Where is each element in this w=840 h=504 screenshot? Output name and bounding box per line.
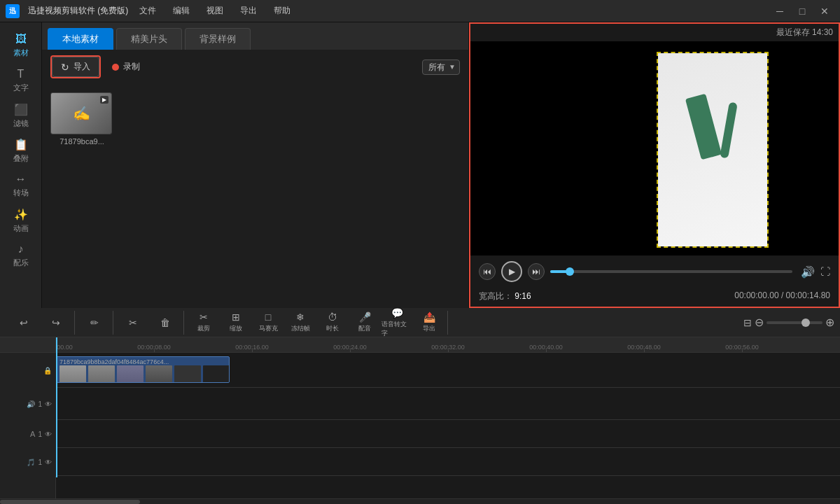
video-lock-icon[interactable]: 🔒 bbox=[43, 367, 52, 374]
import-label: 导入 bbox=[74, 61, 90, 73]
music-eye-icon[interactable]: 👁 bbox=[45, 458, 52, 466]
crop-tools: ✂ 裁剪 ⊞ 缩放 □ 马赛克 ❄ 冻结帧 ⏱ 时长 bbox=[186, 311, 448, 335]
content-panel: 本地素材 精美片头 背景样例 ↻ 导入 录制 所有 视频 bbox=[42, 22, 469, 308]
zoom-plus-icon[interactable]: ⊕ bbox=[825, 316, 834, 329]
delete-button[interactable]: 🗑 bbox=[150, 311, 181, 335]
ruler-line-16 bbox=[252, 348, 253, 352]
audio1-track bbox=[56, 388, 840, 420]
menu-bar: 文件 编辑 视图 导出 帮助 bbox=[136, 4, 293, 18]
zoom-fit-icon[interactable]: ⊟ bbox=[743, 317, 752, 328]
menu-help[interactable]: 帮助 bbox=[271, 4, 293, 18]
product-bg bbox=[658, 53, 767, 246]
import-button[interactable]: ↻ 导入 bbox=[52, 57, 99, 77]
main-layout: 🖼 素材 T 文字 ⬛ 滤镜 📋 叠附 ↔ 转场 ✨ 动画 ♪ 配乐 bbox=[0, 22, 840, 504]
redo-button[interactable]: ↪ bbox=[41, 311, 71, 335]
text-track-icon: A bbox=[30, 430, 35, 438]
playhead[interactable] bbox=[56, 337, 57, 477]
sidebar-item-filter[interactable]: ⬛ 滤镜 bbox=[0, 98, 41, 133]
progress-bar[interactable] bbox=[550, 270, 792, 273]
menu-edit[interactable]: 编辑 bbox=[170, 4, 192, 18]
freeze-icon: ❄ bbox=[296, 312, 304, 323]
ratio-value: 9:16 bbox=[514, 291, 531, 301]
audio1-eye-icon[interactable]: 👁 bbox=[45, 400, 52, 408]
sidebar-item-media[interactable]: 🖼 素材 bbox=[0, 28, 41, 63]
filter-dropdown[interactable]: 所有 视频 音频 图片 bbox=[422, 59, 460, 75]
titlebar-left: 迅 迅捷视频剪辑软件 (免费版) 文件 编辑 视图 导出 帮助 bbox=[6, 4, 293, 18]
sidebar-item-text[interactable]: T 文字 bbox=[0, 63, 41, 98]
sidebar-item-music[interactable]: ♪ 配乐 bbox=[0, 238, 41, 273]
progress-knob[interactable] bbox=[566, 267, 574, 276]
titlebar: 迅 迅捷视频剪辑软件 (免费版) 文件 编辑 视图 导出 帮助 ─ □ ✕ bbox=[0, 0, 840, 22]
music-track-icon: 🎵 bbox=[27, 458, 35, 466]
scissors-button[interactable]: ✂ bbox=[118, 311, 148, 335]
step-back-button[interactable]: ⏮ bbox=[479, 263, 496, 280]
refresh-icon: ↻ bbox=[61, 62, 69, 73]
duration-label: 时长 bbox=[326, 324, 339, 333]
menu-export[interactable]: 导出 bbox=[237, 4, 260, 18]
music-track-label: 🎵 1 👁 bbox=[0, 448, 56, 476]
text-eye-icon[interactable]: 👁 bbox=[45, 430, 52, 438]
timeline-labels: 🔒 🔊 1 👁 A 1 👁 🎵 1 👁 bbox=[0, 337, 56, 498]
timeline-scrollbar[interactable] bbox=[0, 498, 840, 504]
sidebar-item-transition[interactable]: ↔ 转场 bbox=[0, 168, 41, 203]
clip-frame-2 bbox=[88, 365, 115, 383]
duration-button[interactable]: ⏱ 时长 bbox=[317, 311, 348, 335]
filter-select: 所有 视频 音频 图片 ▼ bbox=[422, 59, 460, 75]
zoom-controls: ⊟ ⊖ ⊕ bbox=[743, 316, 834, 329]
dubbing-button[interactable]: 🎤 配音 bbox=[349, 311, 380, 335]
zoom-knob[interactable] bbox=[802, 318, 810, 327]
minimize-button[interactable]: ─ bbox=[770, 4, 790, 18]
preview-panel: 最近保存 14:30 ♪ 抖音 bbox=[469, 22, 840, 308]
tab-background[interactable]: 背景样例 bbox=[185, 28, 251, 50]
scrollbar-thumb[interactable] bbox=[0, 500, 140, 504]
edit-toolbar: ↩ ↪ ✏ ✂ 🗑 ✂ bbox=[0, 308, 840, 337]
record-button[interactable]: 录制 bbox=[112, 61, 140, 73]
clip-frame-3 bbox=[117, 365, 144, 383]
zoom-button[interactable]: ⊞ 缩放 bbox=[220, 311, 251, 335]
edit-button[interactable]: ✏ bbox=[79, 311, 110, 335]
zoom-label: 缩放 bbox=[230, 324, 242, 333]
aspect-ratio-label: 宽高比： 9:16 bbox=[479, 290, 531, 302]
redo-icon: ↪ bbox=[52, 317, 60, 328]
freeze-button[interactable]: ❄ 冻结帧 bbox=[285, 311, 316, 335]
clip-frame-5 bbox=[174, 365, 201, 383]
undo-button[interactable]: ↩ bbox=[8, 311, 39, 335]
menu-file[interactable]: 文件 bbox=[136, 4, 159, 18]
save-status: 最近保存 14:30 bbox=[776, 27, 833, 38]
volume-icon[interactable]: 🔊 bbox=[801, 265, 815, 279]
export-button[interactable]: 📤 导出 bbox=[414, 311, 444, 335]
tab-intro[interactable]: 精美片头 bbox=[116, 28, 182, 50]
ruler-mark-0: 00:00:00.00 bbox=[56, 344, 73, 351]
mosaic-button[interactable]: □ 马赛克 bbox=[253, 311, 284, 335]
record-dot-icon bbox=[112, 64, 119, 71]
maximize-button[interactable]: □ bbox=[792, 4, 812, 18]
zoom-slider[interactable] bbox=[766, 321, 822, 324]
media-item-name: 71879bca9... bbox=[50, 137, 113, 146]
close-button[interactable]: ✕ bbox=[815, 4, 834, 18]
speech-to-text-button[interactable]: 💬 语音转文字 bbox=[382, 311, 412, 335]
ruler-line-56 bbox=[742, 348, 743, 352]
sidebar-item-overlay[interactable]: 📋 叠附 bbox=[0, 133, 41, 168]
titlebar-right: ─ □ ✕ bbox=[770, 4, 834, 18]
menu-view[interactable]: 视图 bbox=[204, 4, 226, 18]
list-item[interactable]: ✍ ▶ 71879bca9... bbox=[50, 92, 113, 146]
sidebar-label-media: 素材 bbox=[13, 48, 29, 58]
preview-video: ♪ 抖音 bbox=[470, 41, 839, 255]
video-clip[interactable]: 71879bca9b8ba2daf04f8484ac776c4... bbox=[56, 356, 230, 383]
record-label: 录制 bbox=[123, 61, 140, 73]
play-badge-icon: ▶ bbox=[100, 96, 108, 104]
step-forward-button[interactable]: ⏭ bbox=[528, 263, 545, 280]
timeline-ruler: 00:00:00.00 00:00:08.00 00:00:16.00 00:0… bbox=[56, 337, 840, 353]
tab-local-media[interactable]: 本地素材 bbox=[48, 28, 113, 50]
sidebar-label-text: 文字 bbox=[13, 83, 29, 93]
product-box-shape bbox=[685, 94, 722, 160]
play-button[interactable]: ▶ bbox=[501, 261, 522, 282]
bottom-section: ↩ ↪ ✏ ✂ 🗑 ✂ bbox=[0, 308, 840, 504]
sidebar-item-animation[interactable]: ✨ 动画 bbox=[0, 203, 41, 238]
mosaic-label: 马赛克 bbox=[259, 324, 278, 333]
clip-tools: ✂ 🗑 bbox=[115, 311, 184, 335]
crop-button[interactable]: ✂ 裁剪 bbox=[188, 311, 219, 335]
overlay-icon: 📋 bbox=[14, 138, 28, 151]
zoom-minus-icon[interactable]: ⊖ bbox=[755, 316, 764, 329]
fullscreen-icon[interactable]: ⛶ bbox=[820, 266, 830, 277]
